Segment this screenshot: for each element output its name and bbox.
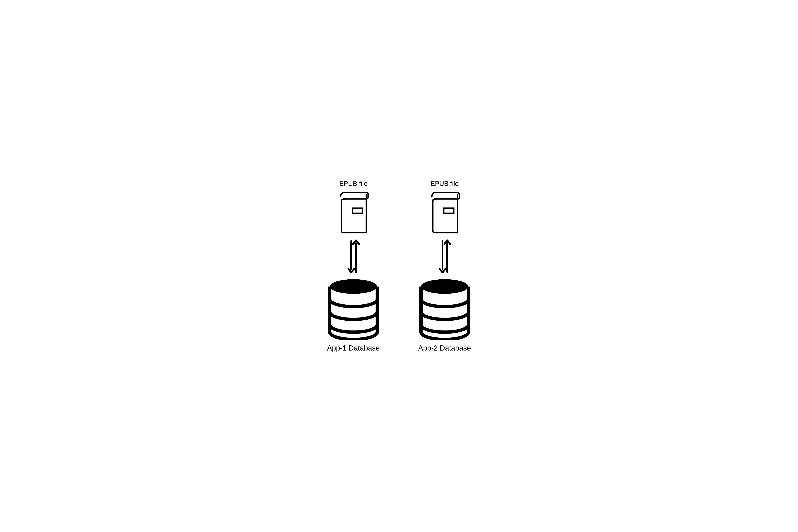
diagram-container: EPUB file App-1 Database EPUB file: [315, 169, 483, 363]
svg-rect-2: [353, 208, 363, 213]
svg-rect-7: [444, 208, 454, 213]
database-icon: [417, 278, 472, 340]
epub-label-1: EPUB file: [339, 180, 367, 188]
svg-point-10: [421, 279, 469, 294]
epub-label-2: EPUB file: [431, 180, 459, 188]
book-icon: [426, 191, 463, 234]
database-label-1: App-1 Database: [327, 344, 380, 352]
bidirectional-arrows-icon: [437, 238, 452, 275]
svg-point-5: [330, 279, 377, 294]
column-app1: EPUB file App-1 Database: [326, 180, 381, 352]
database-label-2: App-2 Database: [418, 344, 471, 352]
bidirectional-arrows-icon: [346, 238, 361, 275]
database-icon: [326, 278, 381, 340]
column-app2: EPUB file App-2 Database: [417, 180, 472, 352]
book-icon: [335, 191, 372, 234]
